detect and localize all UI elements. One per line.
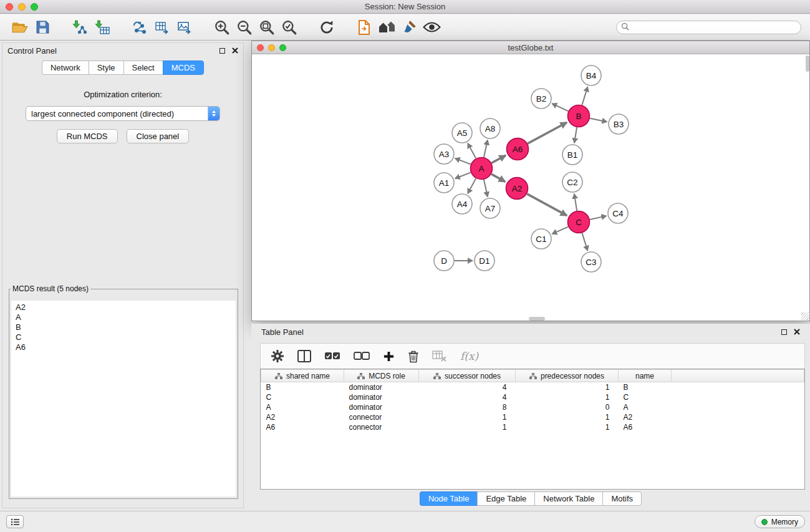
zoom-in-icon[interactable] (211, 16, 233, 39)
node-C1[interactable]: C1 (531, 229, 551, 249)
column-header-successor-nodes[interactable]: successor nodes (419, 370, 516, 382)
edge-C-C4[interactable] (590, 216, 606, 220)
tab-style[interactable]: Style (89, 60, 123, 75)
mcds-result-item[interactable]: A6 (16, 342, 231, 352)
network-close-button[interactable] (257, 44, 264, 51)
column-header-shared-name[interactable]: shared name (261, 370, 344, 382)
function-builder-icon[interactable]: f(x) (460, 350, 478, 362)
zoom-selected-icon[interactable] (278, 16, 301, 39)
delete-column-trash-icon[interactable] (408, 350, 419, 363)
tab-network-table[interactable]: Network Table (534, 491, 602, 506)
node-B2[interactable]: B2 (531, 89, 551, 109)
node-A7[interactable]: A7 (480, 198, 500, 218)
node-C[interactable]: C (568, 211, 590, 233)
column-header-name[interactable]: name (619, 370, 672, 382)
minimize-window-button[interactable] (18, 3, 26, 11)
edge-C-C2[interactable] (574, 194, 577, 211)
node-A4[interactable]: A4 (452, 194, 472, 214)
node-A[interactable]: A (471, 158, 493, 180)
edge-A-A1[interactable] (455, 173, 471, 179)
export-table-icon[interactable] (151, 16, 173, 39)
home-icon[interactable] (375, 16, 398, 39)
table-row[interactable]: A6connector11A6 (261, 422, 804, 432)
edge-C-C1[interactable] (552, 227, 568, 235)
session-document-icon[interactable] (353, 16, 375, 39)
open-file-icon[interactable] (9, 16, 31, 39)
search-input[interactable] (632, 22, 796, 32)
close-panel-button[interactable]: Close panel (127, 129, 190, 143)
table-row[interactable]: Cdominator41C (261, 392, 804, 402)
optimization-criterion-select[interactable]: largest connected component (directed) (26, 106, 220, 121)
node-A5[interactable]: A5 (452, 123, 472, 143)
mcds-result-item[interactable]: A (16, 312, 231, 322)
eye-icon[interactable] (420, 16, 443, 39)
column-header-mcds-role[interactable]: MCDS role (344, 370, 419, 382)
new-network-icon[interactable] (128, 16, 151, 39)
zoom-window-button[interactable] (31, 3, 38, 11)
run-mcds-button[interactable]: Run MCDS (57, 129, 118, 143)
node-B4[interactable]: B4 (581, 65, 601, 85)
resize-grip[interactable] (801, 312, 809, 320)
node-D[interactable]: D (434, 251, 454, 271)
edge-A-A8[interactable] (484, 140, 488, 157)
window-titlebar[interactable]: Session: New Session (0, 0, 810, 14)
style-brush-icon[interactable] (398, 16, 420, 39)
node-B3[interactable]: B3 (609, 114, 629, 134)
node-C2[interactable]: C2 (562, 172, 582, 192)
edge-B-B1[interactable] (574, 127, 577, 143)
show-columns-icon[interactable] (297, 350, 311, 362)
edge-B-B4[interactable] (582, 87, 587, 105)
zoom-fit-icon[interactable] (256, 16, 278, 39)
float-table-panel-icon[interactable] (781, 329, 787, 335)
edge-A-A7[interactable] (484, 180, 488, 196)
refresh-network-icon[interactable] (316, 16, 338, 39)
network-minimize-button[interactable] (268, 44, 275, 51)
edge-A-A6[interactable] (491, 155, 506, 163)
network-canvas-area[interactable]: B4B2BB3A5A8A6B1A3AC2A1A2A4A7C4CC1C3DD1 (252, 54, 809, 321)
memory-button[interactable]: Memory (755, 515, 805, 528)
edge-A-A3[interactable] (455, 158, 471, 165)
zoom-out-icon[interactable] (233, 16, 256, 39)
tab-select[interactable]: Select (123, 60, 163, 75)
network-graph[interactable]: B4B2BB3A5A8A6B1A3AC2A1A2A4A7C4CC1C3DD1 (252, 54, 809, 321)
edge-A-A5[interactable] (468, 143, 476, 158)
add-column-icon[interactable] (383, 351, 395, 362)
vertical-scrollbar-thumb[interactable] (806, 56, 809, 72)
node-A1[interactable]: A1 (434, 173, 454, 193)
table-row[interactable]: Bdominator41B (261, 382, 804, 392)
node-D1[interactable]: D1 (475, 251, 494, 271)
network-window-titlebar[interactable]: testGlobe.txt (252, 41, 809, 54)
mcds-result-item[interactable]: B (16, 322, 231, 332)
save-session-icon[interactable] (31, 16, 54, 39)
close-window-button[interactable] (6, 3, 13, 11)
tab-network[interactable]: Network (42, 60, 89, 75)
import-table-icon[interactable] (91, 16, 113, 39)
mcds-result-item[interactable]: A2 (16, 302, 231, 312)
tab-node-table[interactable]: Node Table (420, 491, 478, 506)
tab-motifs[interactable]: Motifs (602, 491, 642, 506)
mcds-result-list[interactable]: A2ABCA6 (11, 301, 236, 496)
edge-B-B3[interactable] (590, 118, 607, 122)
horizontal-scrollbar-thumb[interactable] (529, 317, 545, 321)
float-panel-icon[interactable] (219, 48, 225, 54)
unselect-all-icon[interactable] (354, 352, 370, 360)
close-panel-icon[interactable] (232, 46, 238, 56)
column-header-predecessor-nodes[interactable]: predecessor nodes (516, 370, 619, 382)
export-image-icon[interactable] (173, 16, 196, 39)
mcds-result-item[interactable]: C (16, 332, 231, 342)
node-A3[interactable]: A3 (434, 144, 454, 164)
edge-A-A4[interactable] (468, 178, 476, 193)
table-settings-gear-icon[interactable] (271, 349, 284, 363)
search-box[interactable] (616, 21, 801, 34)
node-C4[interactable]: C4 (608, 203, 628, 223)
node-C3[interactable]: C3 (581, 252, 601, 272)
edge-B-B2[interactable] (552, 104, 568, 111)
import-network-icon[interactable] (69, 16, 91, 39)
edge-A-A2[interactable] (491, 174, 505, 181)
tab-mcds[interactable]: MCDS (163, 60, 204, 75)
task-history-button[interactable] (6, 515, 24, 528)
select-all-icon[interactable] (324, 352, 340, 360)
delete-table-icon[interactable] (432, 351, 447, 362)
node-A8[interactable]: A8 (480, 118, 500, 138)
node-A6[interactable]: A6 (507, 138, 529, 160)
